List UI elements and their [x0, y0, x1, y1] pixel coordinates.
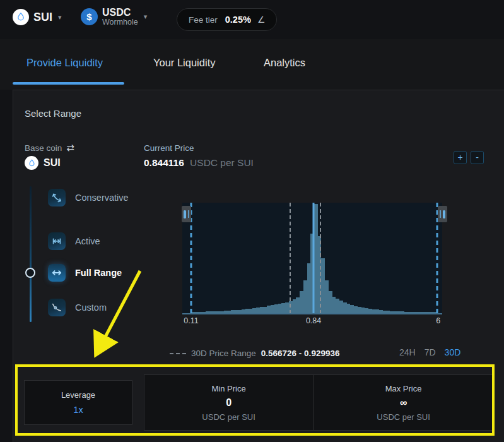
preset-label: Custom — [75, 302, 107, 313]
max-price-unit: USDC per SUI — [377, 412, 430, 422]
timeframe-30d[interactable]: 30D — [445, 347, 461, 357]
leverage-label: Leverage — [61, 390, 95, 400]
fee-tier-button[interactable]: Fee tier 0.25% ∠ — [177, 8, 277, 31]
range-handle-right[interactable] — [438, 206, 447, 222]
min-price-unit: USDC per SUI — [202, 412, 255, 422]
quote-token-symbol: USDC — [102, 8, 138, 18]
sui-icon — [25, 156, 38, 170]
preset-label: Conservative — [75, 193, 129, 203]
leverage-value: 1x — [73, 405, 83, 415]
preset-selected-radio[interactable] — [25, 268, 35, 278]
tab-provide-liquidity[interactable]: Provide Liquidity — [26, 57, 103, 69]
price-range-label: 30D Price Range — [191, 349, 256, 358]
base-coin-row: SUI — [25, 156, 61, 170]
current-price-unit: USDC per SUI — [190, 157, 254, 168]
quote-token-selector[interactable]: $ USDC Wormhole ▾ — [81, 8, 147, 27]
x-axis: 0.110.846 — [182, 316, 442, 326]
min-price-cell: Min Price 0 USDC per SUI — [144, 375, 314, 430]
min-price-value: 0 — [226, 397, 231, 409]
price-range-legend: 30D Price Range 0.566726 - 0.929936 — [170, 349, 339, 358]
conservative-curve-icon — [48, 189, 66, 206]
swap-base-coin-icon[interactable]: ⇄ — [66, 142, 74, 153]
current-price-row: 0.844116 USDC per SUI — [144, 157, 254, 169]
base-coin-label-row: Base coin ⇄ — [25, 142, 74, 153]
sui-icon — [13, 9, 29, 25]
full-range-icon — [48, 264, 66, 282]
quote-token-network: Wormhole — [102, 18, 138, 27]
x-axis-tick-label: 0.84 — [306, 316, 321, 325]
current-price-value: 0.844116 — [144, 157, 184, 168]
base-coin-label: Base coin — [25, 143, 62, 153]
chart-zoom-out-button[interactable]: - — [471, 151, 484, 164]
liquidity-chart — [182, 203, 442, 314]
fee-edit-icon: ∠ — [257, 15, 266, 25]
fee-tier-value: 0.25% — [225, 15, 251, 25]
tab-analytics[interactable]: Analytics — [264, 57, 305, 69]
preset-label: Full Range — [75, 268, 122, 278]
base-token-selector[interactable]: SUI ▾ — [13, 9, 62, 25]
active-tab-underline — [13, 82, 124, 85]
dashed-line-legend-icon — [170, 353, 186, 354]
price-range-value: 0.566726 - 0.929936 — [261, 349, 340, 358]
max-price-label: Max Price — [385, 384, 422, 393]
current-price-line — [313, 203, 315, 313]
max-price-value: ∞ — [400, 397, 407, 409]
price-range-30d-line-min — [290, 203, 291, 313]
custom-curve-icon — [48, 299, 66, 316]
chart-zoom-in-button[interactable]: + — [454, 151, 467, 164]
min-price-label: Min Price — [212, 384, 246, 393]
chevron-down-icon: ▾ — [144, 13, 148, 21]
min-max-price-box: Min Price 0 USDC per SUI Max Price ∞ USD… — [144, 374, 494, 431]
tab-your-liquidity[interactable]: Your Liquidity — [153, 57, 215, 69]
range-handle-left[interactable] — [182, 206, 191, 222]
base-coin-symbol: SUI — [44, 157, 61, 169]
active-range-icon — [48, 232, 66, 250]
x-axis-tick-label: 0.11 — [184, 316, 198, 325]
liquidity-page: SUI ▾ $ USDC Wormhole ▾ Fee tier 0.25% ∠… — [0, 0, 504, 442]
preset-label: Active — [75, 236, 100, 246]
section-title: Select Range — [25, 108, 81, 119]
base-token-symbol: SUI — [33, 11, 52, 24]
chevron-down-icon: ▾ — [58, 13, 62, 21]
x-axis-tick-label: 6 — [436, 316, 440, 325]
max-price-cell: Max Price ∞ USDC per SUI — [314, 375, 493, 430]
preset-track — [30, 186, 32, 322]
fee-tier-label: Fee tier — [189, 15, 218, 25]
tab-bar: Provide Liquidity Your Liquidity Analyti… — [0, 39, 504, 90]
timeframe-24h[interactable]: 24H — [399, 347, 416, 357]
timeframe-7d[interactable]: 7D — [425, 347, 436, 357]
preset-full-range[interactable]: Full Range — [48, 264, 122, 282]
preset-conservative[interactable]: Conservative — [48, 189, 129, 206]
preset-custom[interactable]: Custom — [48, 299, 107, 316]
usdc-icon: $ — [81, 8, 98, 25]
timeframe-selector: 24H 7D 30D — [399, 347, 460, 357]
price-range-30d-line-max — [320, 203, 321, 313]
current-price-label: Current Price — [144, 143, 194, 153]
leverage-box[interactable]: Leverage 1x — [24, 380, 132, 425]
preset-active[interactable]: Active — [48, 232, 100, 250]
